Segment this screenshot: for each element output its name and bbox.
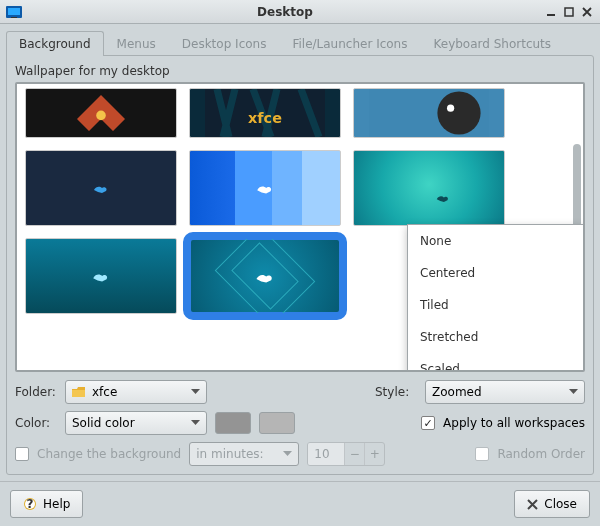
- color-mode-combo[interactable]: Solid color: [65, 411, 207, 435]
- chevron-down-icon: [283, 451, 292, 457]
- svg-rect-3: [547, 14, 555, 16]
- svg-rect-4: [565, 8, 573, 16]
- change-bg-checkbox[interactable]: [15, 447, 29, 461]
- settings-rows: Folder: xfce Style: Zoomed Color:: [15, 380, 585, 466]
- apply-all-checkbox[interactable]: [421, 416, 435, 430]
- svg-rect-13: [72, 390, 85, 397]
- window-title: Desktop: [30, 5, 540, 19]
- wallpaper-section-label: Wallpaper for my desktop: [15, 64, 585, 78]
- close-window-button[interactable]: [580, 5, 594, 19]
- color-swatch-1[interactable]: [215, 412, 251, 434]
- style-dropdown-menu: None Centered Tiled Stretched Scaled Zoo…: [407, 224, 585, 372]
- svg-point-9: [437, 91, 480, 134]
- color-label: Color:: [15, 416, 57, 430]
- wallpaper-thumb[interactable]: [353, 88, 505, 138]
- style-option-tiled[interactable]: Tiled: [408, 289, 584, 321]
- tab-menus[interactable]: Menus: [104, 31, 169, 56]
- style-option-stretched[interactable]: Stretched: [408, 321, 584, 353]
- svg-point-10: [447, 105, 454, 112]
- svg-rect-1: [8, 8, 20, 15]
- wallpaper-thumb[interactable]: [25, 88, 177, 138]
- folder-combo[interactable]: xfce: [65, 380, 207, 404]
- tab-panel-background: Wallpaper for my desktop xfce: [6, 55, 594, 475]
- folder-label: Folder:: [15, 385, 57, 399]
- maximize-button[interactable]: [562, 5, 576, 19]
- style-option-centered[interactable]: Centered: [408, 257, 584, 289]
- spinner-minus: −: [344, 443, 364, 465]
- change-bg-unit-value: in minutes:: [196, 447, 263, 461]
- close-label: Close: [544, 497, 577, 511]
- tab-keyboard-shortcuts[interactable]: Keyboard Shortcuts: [420, 31, 564, 56]
- change-bg-interval-input: [308, 443, 344, 465]
- style-value: Zoomed: [432, 385, 482, 399]
- change-bg-interval-spinner: − +: [307, 442, 385, 466]
- tab-background[interactable]: Background: [6, 31, 104, 56]
- chevron-down-icon: [191, 389, 200, 395]
- wallpaper-thumbnails-frame: xfce: [15, 82, 585, 372]
- close-button[interactable]: Close: [514, 490, 590, 518]
- change-bg-label: Change the background: [37, 447, 181, 461]
- minimize-button[interactable]: [544, 5, 558, 19]
- chevron-down-icon: [569, 389, 578, 395]
- random-order-checkbox: [475, 447, 489, 461]
- wallpaper-thumb[interactable]: [353, 150, 505, 226]
- wallpaper-thumb-selected[interactable]: [189, 238, 341, 314]
- svg-point-5: [96, 111, 106, 121]
- titlebar: Desktop: [0, 0, 600, 24]
- spinner-plus: +: [364, 443, 384, 465]
- wallpaper-thumb[interactable]: xfce: [189, 88, 341, 138]
- app-icon: [6, 6, 22, 18]
- folder-icon: [72, 387, 86, 398]
- random-order-label: Random Order: [497, 447, 585, 461]
- style-combo[interactable]: Zoomed: [425, 380, 585, 404]
- wallpaper-thumb[interactable]: [25, 238, 177, 314]
- svg-text:?: ?: [27, 497, 34, 511]
- color-mode-value: Solid color: [72, 416, 135, 430]
- style-label: Style:: [375, 385, 417, 399]
- svg-rect-2: [11, 17, 17, 18]
- help-label: Help: [43, 497, 70, 511]
- style-option-scaled[interactable]: Scaled: [408, 353, 584, 372]
- help-button[interactable]: ? Help: [10, 490, 83, 518]
- change-bg-unit-combo: in minutes:: [189, 442, 299, 466]
- help-icon: ?: [23, 497, 37, 511]
- dialog-footer: ? Help Close: [0, 481, 600, 526]
- tab-desktop-icons[interactable]: Desktop Icons: [169, 31, 280, 56]
- apply-all-label: Apply to all workspaces: [443, 416, 585, 430]
- tab-file-launcher-icons[interactable]: File/Launcher Icons: [279, 31, 420, 56]
- wallpaper-thumb[interactable]: [189, 150, 341, 226]
- desktop-settings-window: Desktop Background Menus Desktop Icons F…: [0, 0, 600, 526]
- wallpaper-thumb[interactable]: [25, 150, 177, 226]
- style-option-none[interactable]: None: [408, 225, 584, 257]
- close-icon: [527, 499, 538, 510]
- folder-value: xfce: [92, 385, 117, 399]
- color-swatch-2[interactable]: [259, 412, 295, 434]
- tabs-bar: Background Menus Desktop Icons File/Laun…: [0, 24, 600, 55]
- svg-text:xfce: xfce: [248, 110, 282, 126]
- chevron-down-icon: [191, 420, 200, 426]
